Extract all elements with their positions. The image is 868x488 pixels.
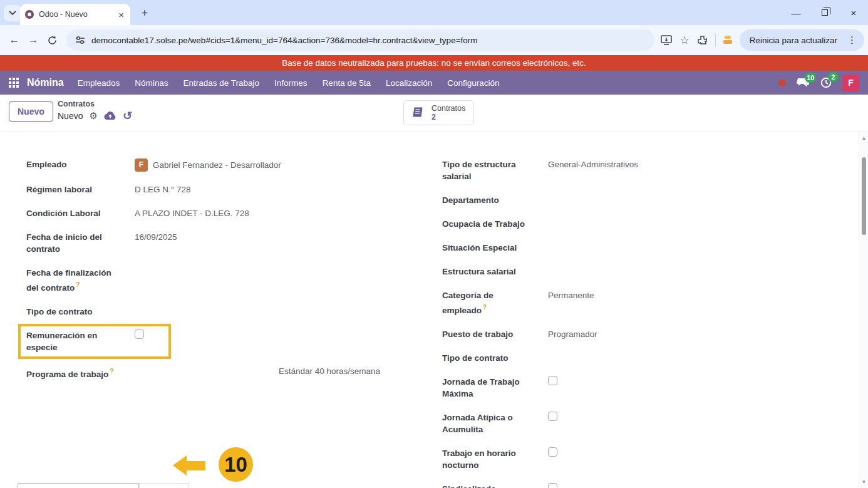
window-controls: — × <box>782 0 868 25</box>
help-icon[interactable]: ? <box>483 304 487 311</box>
field-label: Jornada de Trabajo Máxima <box>442 376 539 400</box>
field-value <box>548 447 557 460</box>
help-icon[interactable]: ? <box>110 368 113 375</box>
odoo-navbar: Nómina Empleados Nóminas Entradas de Tra… <box>0 71 868 95</box>
field-value[interactable]: Permanente <box>548 289 594 301</box>
field-value[interactable]: D LEG N.° 728 <box>135 184 190 195</box>
messages-button[interactable]: 10 <box>796 77 810 88</box>
restore-button[interactable] <box>810 0 839 25</box>
scroll-up-icon[interactable]: ▲ <box>859 135 868 141</box>
field-remuneracion-especie: Remuneración en especie <box>26 330 163 353</box>
field-value <box>548 376 557 388</box>
menu-entradas-de-trabajo[interactable]: Entradas de Trabajo <box>183 78 260 88</box>
breadcrumb-parent[interactable]: Contratos <box>58 100 132 108</box>
stat-label: Contratos <box>431 104 465 113</box>
field-value[interactable]: F Gabriel Fernandez - Desarrollador <box>135 158 281 172</box>
browser-menu-icon[interactable]: ⋮ <box>844 34 860 46</box>
trabajo-nocturno-checkbox[interactable] <box>548 447 557 457</box>
annotation-arrow-icon <box>173 455 205 475</box>
field-value[interactable]: 16/09/2025 <box>135 231 177 243</box>
field-value[interactable]: General-Administrativos <box>548 158 638 170</box>
field-value[interactable]: A PLAZO INDET - D.LEG. 728 <box>135 207 249 219</box>
annotation-highlight-box: Remuneración en especie <box>18 324 171 359</box>
app-name[interactable]: Nómina <box>27 77 64 88</box>
activities-button[interactable]: 2 <box>820 76 832 89</box>
browser-window: Odoo - Nuevo × + — × ← → democontable17.… <box>0 0 868 488</box>
menu-empleados[interactable]: Empleados <box>78 78 120 88</box>
field-label: Tipo de contrato <box>442 352 539 364</box>
navbar-systray: 10 2 F <box>778 75 859 91</box>
menu-informes[interactable]: Informes <box>274 78 307 88</box>
field-value[interactable]: Estándar 40 horas/semana <box>279 365 380 377</box>
save-cloud-icon[interactable] <box>104 112 116 120</box>
new-record-button[interactable]: Nuevo <box>9 101 53 122</box>
apps-menu-icon[interactable] <box>9 78 19 88</box>
gear-icon[interactable]: ⚙ <box>89 110 97 122</box>
field-label: Situación Especial <box>442 242 539 254</box>
browser-tab[interactable]: Odoo - Nuevo × <box>20 4 130 25</box>
control-panel: Nuevo Contratos Nuevo ⚙ ↺ Contratos 2 <box>0 95 868 132</box>
jornada-maxima-checkbox[interactable] <box>548 376 557 385</box>
field-label: Departamento <box>442 194 539 206</box>
field-ocupacia-trabajo: Ocupacia de Trabajo <box>442 218 830 230</box>
new-tab-button[interactable]: + <box>137 5 153 21</box>
menu-nominas[interactable]: Nóminas <box>135 78 168 88</box>
field-tipo-estructura-salarial: Tipo de estructura salarial General-Admi… <box>442 158 830 182</box>
tab-search-button[interactable] <box>4 5 21 21</box>
form-right-column: Tipo de estructura salarial General-Admi… <box>442 158 830 488</box>
field-label: Ocupacia de Trabajo <box>442 218 539 230</box>
contract-form: Empleado F Gabriel Fernandez - Desarroll… <box>0 132 868 488</box>
activities-badge: 2 <box>828 72 839 82</box>
tab-close-icon[interactable]: × <box>117 9 125 20</box>
breadcrumb-current: Nuevo <box>58 111 83 121</box>
scroll-down-icon[interactable]: ▼ <box>859 479 868 485</box>
messages-badge: 10 <box>805 73 816 83</box>
vertical-scrollbar[interactable]: ▲ ▼ <box>859 132 868 488</box>
toolbar-separator <box>715 34 716 46</box>
jornada-atipica-checkbox[interactable] <box>548 412 557 421</box>
tab-title: Odoo - Nuevo <box>39 10 112 19</box>
minimize-button[interactable]: — <box>782 0 810 25</box>
help-icon[interactable]: ? <box>76 281 80 288</box>
field-trabajo-nocturno: Trabajo en horario nocturno <box>442 447 830 471</box>
field-value[interactable]: Programador <box>548 328 597 340</box>
field-label: Jornada Atípica o Acumulita <box>442 412 539 435</box>
forward-button[interactable]: → <box>24 31 43 49</box>
discard-icon[interactable]: ↺ <box>123 109 132 123</box>
menu-renta-de-5ta[interactable]: Renta de 5ta <box>323 78 371 88</box>
extension-orange-icon[interactable] <box>723 36 732 44</box>
field-value <box>548 412 557 424</box>
extensions-puzzle-icon[interactable] <box>697 35 708 46</box>
contracts-stat-button[interactable]: Contratos 2 <box>403 100 474 125</box>
field-label: Empleado <box>26 158 121 170</box>
close-button[interactable]: × <box>839 0 868 25</box>
restore-icon <box>822 9 828 16</box>
field-situacion-especial: Situación Especial <box>442 242 830 254</box>
field-empleado: Empleado F Gabriel Fernandez - Desarroll… <box>26 158 402 172</box>
install-app-icon[interactable] <box>661 35 672 45</box>
field-jornada-maxima: Jornada de Trabajo Máxima <box>442 376 830 400</box>
user-avatar[interactable]: F <box>842 75 859 91</box>
back-button[interactable]: ← <box>5 31 24 49</box>
field-tipo-contrato-right: Tipo de contrato <box>442 352 830 364</box>
browser-tab-strip: Odoo - Nuevo × + — × <box>0 0 868 25</box>
field-fecha-finalizacion: Fecha de finalización del contrato? <box>26 267 402 294</box>
field-jornada-atipica: Jornada Atípica o Acumulita <box>442 412 830 435</box>
toolbar-actions: ☆ Reinicia para actualizar ⋮ <box>661 29 868 51</box>
scrollbar-thumb[interactable] <box>862 157 866 235</box>
stat-count: 2 <box>431 113 465 122</box>
menu-configuracion[interactable]: Configuración <box>447 78 499 88</box>
browser-toolbar: ← → democontable17.solse.pe/web#cids=1&m… <box>0 25 868 55</box>
field-label: Tipo de estructura salarial <box>442 158 539 182</box>
restart-to-update-button[interactable]: Reinicia para actualizar ⋮ <box>740 29 864 51</box>
field-label: Tipo de contrato <box>26 306 121 318</box>
remuneracion-especie-checkbox[interactable] <box>135 330 144 339</box>
sindicalizada-checkbox[interactable] <box>548 483 557 488</box>
employee-name[interactable]: Gabriel Fernandez - Desarrollador <box>153 159 281 171</box>
menu-localizacion[interactable]: Localización <box>386 78 432 88</box>
neutralized-db-banner: Base de datos neutralizada para pruebas:… <box>0 55 868 71</box>
url-bar[interactable]: democontable17.solse.pe/web#cids=1&menu_… <box>66 29 654 51</box>
reload-button[interactable] <box>43 31 61 49</box>
notebook-tab-edge[interactable] <box>18 483 139 488</box>
bookmark-star-icon[interactable]: ☆ <box>679 34 689 47</box>
